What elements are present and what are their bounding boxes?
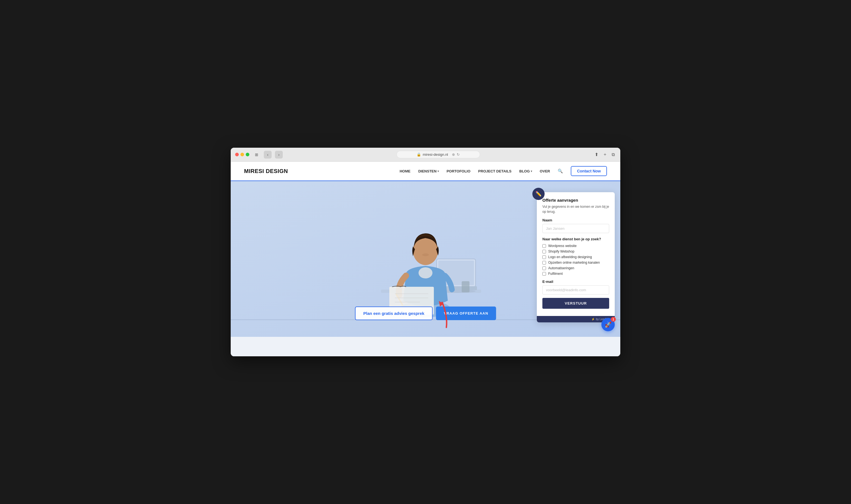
translate-icon: ⊕ xyxy=(452,152,455,157)
nav-project-details[interactable]: PROJECT DETAILS xyxy=(478,169,512,173)
new-tab-button[interactable]: ＋ xyxy=(602,150,608,159)
rocket-icon: 🚀 xyxy=(605,321,612,328)
nav-over[interactable]: OVER xyxy=(540,169,550,173)
plan-gesprek-button[interactable]: Plan een gratis advies gesprek xyxy=(355,307,433,320)
svg-point-6 xyxy=(419,267,432,278)
checkbox-automatisering-input[interactable] xyxy=(543,267,546,270)
question-label: Naar welke dienst ben je op zoek? xyxy=(543,237,609,241)
refresh-icon[interactable]: ↻ xyxy=(457,152,460,157)
hero-section: Plan een gratis advies gesprek VRAAG OFF… xyxy=(231,181,620,337)
hero-illustration xyxy=(370,195,481,323)
chevron-down-icon: ▾ xyxy=(438,170,439,173)
browser-dots xyxy=(235,153,249,156)
url-text: miresi-design.nl xyxy=(423,152,448,157)
dot-yellow[interactable] xyxy=(241,153,244,156)
browser-toolbar: ⊞ ‹ › 🔒 miresi-design.nl ⊕ ↻ ⬆ ＋ ⧉ xyxy=(231,148,620,162)
nav-diensten[interactable]: DIENSTEN ▾ xyxy=(418,169,439,173)
checkbox-marketing: Opzetten online marketing kanalen xyxy=(543,260,609,265)
email-label: E-mail xyxy=(543,280,609,284)
site-nav: HOME DIENSTEN ▾ PORTOFOLIO PROJECT DETAI… xyxy=(400,166,607,176)
popup-body: Offerte aanvragen Vul je gegevens in en … xyxy=(537,192,615,316)
vraag-offerte-button[interactable]: VRAAG OFFERTE AAN xyxy=(436,307,496,320)
browser-window: ⊞ ‹ › 🔒 miresi-design.nl ⊕ ↻ ⬆ ＋ ⧉ MIRES… xyxy=(231,148,620,356)
checkbox-wordpress: Wordpress website xyxy=(543,244,609,248)
dot-green[interactable] xyxy=(246,153,249,156)
share-button[interactable]: ⬆ xyxy=(593,151,599,158)
search-icon[interactable]: 🔍 xyxy=(558,168,563,174)
browser-layout-button[interactable]: ⊞ xyxy=(253,151,261,159)
checkbox-wordpress-input[interactable] xyxy=(543,244,546,248)
dot-red[interactable] xyxy=(235,153,239,156)
tabs-button[interactable]: ⧉ xyxy=(610,151,616,158)
popup-icon[interactable]: ✏️ xyxy=(532,188,545,200)
browser-forward-button[interactable]: › xyxy=(275,151,283,159)
nav-blog[interactable]: BLOG ▾ xyxy=(519,169,532,173)
cta-buttons: Plan een gratis advies gesprek VRAAG OFF… xyxy=(355,307,496,320)
name-input[interactable] xyxy=(543,224,609,233)
popup-form: ✏️ Offerte aanvragen Vul je gegevens in … xyxy=(537,192,615,322)
site-logo: MIRESI DESIGN xyxy=(244,168,288,175)
email-input[interactable] xyxy=(543,285,609,294)
checkbox-fulfilment-input[interactable] xyxy=(543,272,546,276)
popup-title: Offerte aanvragen xyxy=(543,198,609,202)
browser-back-button[interactable]: ‹ xyxy=(264,151,272,159)
address-pill[interactable]: 🔒 miresi-design.nl ⊕ ↻ xyxy=(396,151,480,158)
svg-rect-15 xyxy=(462,281,469,292)
bolt-icon: ⚡ xyxy=(591,318,595,321)
popup-subtitle: Vul je gegevens in en we komen er zsm bi… xyxy=(543,204,609,214)
checkbox-logo: Logo en afbeelding designing xyxy=(543,255,609,259)
site-header: MIRESI DESIGN HOME DIENSTEN ▾ PORTOFOLIO… xyxy=(231,162,620,181)
checkbox-automatisering: Automatiseringen xyxy=(543,266,609,270)
name-label: Naam xyxy=(543,218,609,222)
checkbox-shopify-input[interactable] xyxy=(543,250,546,253)
nav-home[interactable]: HOME xyxy=(400,169,410,173)
nav-portofolio[interactable]: PORTOFOLIO xyxy=(447,169,471,173)
website: MIRESI DESIGN HOME DIENSTEN ▾ PORTOFOLIO… xyxy=(231,162,620,356)
checkbox-fulfilment: Fulfilment xyxy=(543,272,609,276)
checkbox-shopify: Shopify Webshop xyxy=(543,250,609,253)
checkbox-logo-input[interactable] xyxy=(543,255,546,259)
lock-icon: 🔒 xyxy=(416,152,421,157)
svg-point-8 xyxy=(422,253,429,256)
chat-bubble-badge: 1 xyxy=(611,317,616,322)
checkbox-list: Wordpress website Shopify Webshop Logo e… xyxy=(543,244,609,276)
chat-bubble[interactable]: 🚀 1 xyxy=(601,318,615,331)
browser-actions: ⬆ ＋ ⧉ xyxy=(593,150,616,159)
verstuur-button[interactable]: VERSTUUR xyxy=(543,298,609,309)
chevron-down-icon-blog: ▾ xyxy=(531,170,532,173)
checkbox-marketing-input[interactable] xyxy=(543,261,546,265)
contact-now-button[interactable]: Contact Now xyxy=(571,166,607,176)
browser-address-bar: 🔒 miresi-design.nl ⊕ ↻ xyxy=(286,151,590,158)
